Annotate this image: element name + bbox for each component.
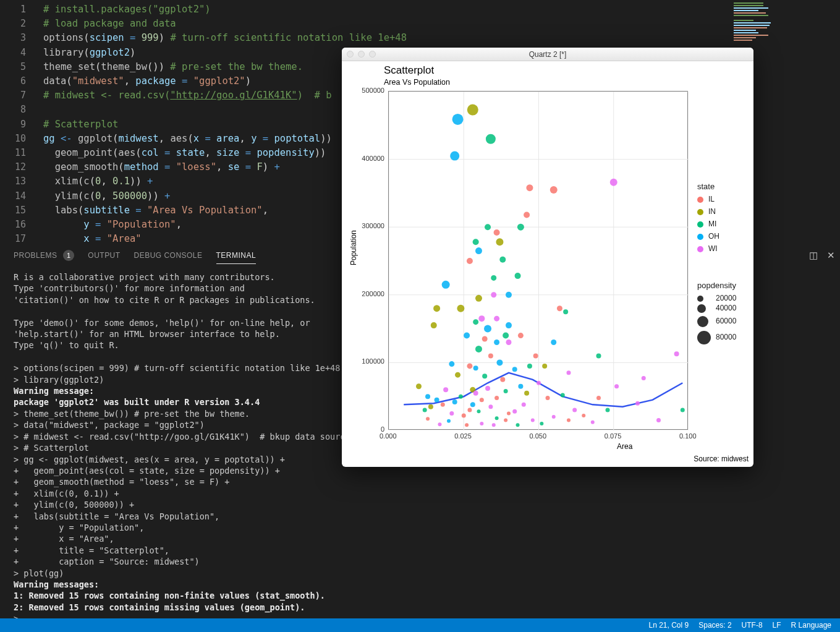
svg-point-74 [495, 416, 499, 420]
status-eol[interactable]: LF [773, 621, 781, 630]
svg-point-66 [527, 364, 532, 369]
split-panel-icon[interactable]: ◫ [809, 250, 818, 261]
legend-size-title: popdensity [697, 281, 736, 290]
traffic-zoom-icon[interactable] [369, 51, 376, 58]
legend-swatch-icon [697, 246, 703, 252]
legend-color-item: OH [697, 232, 719, 244]
y-tick: 400000 [357, 155, 384, 162]
svg-point-90 [488, 404, 493, 409]
svg-point-78 [438, 422, 441, 426]
y-tick: 100000 [357, 357, 384, 365]
svg-point-99 [435, 398, 439, 403]
svg-point-83 [552, 415, 556, 419]
x-tick: 0.025 [454, 432, 472, 440]
svg-point-95 [473, 391, 478, 396]
plot-caption: Source: midwest [694, 455, 749, 463]
status-language[interactable]: R Language [791, 621, 831, 630]
y-tick: 0 [357, 425, 384, 433]
svg-point-67 [537, 381, 541, 385]
svg-point-63 [496, 359, 503, 365]
traffic-close-icon[interactable] [347, 51, 354, 58]
tab-terminal[interactable]: TERMINAL [216, 247, 257, 264]
axis-y-label: Population [349, 230, 358, 265]
legend-size-swatch-icon [697, 304, 706, 313]
svg-point-115 [591, 421, 595, 424]
svg-point-43 [494, 339, 499, 345]
y-tick: 200000 [357, 290, 384, 297]
svg-point-49 [635, 401, 640, 406]
svg-point-13 [486, 134, 496, 144]
svg-point-23 [475, 247, 482, 254]
svg-point-64 [500, 377, 505, 382]
tab-problems[interactable]: PROBLEMS 1 [14, 246, 74, 265]
svg-point-93 [512, 409, 517, 414]
svg-point-41 [563, 309, 568, 314]
legend-swatch-icon [697, 209, 703, 215]
close-panel-icon[interactable]: ✕ [827, 250, 835, 261]
svg-point-59 [473, 365, 478, 370]
legend-label: WI [708, 244, 718, 253]
status-bar: Ln 21, Col 9 Spaces: 2 UTF-8 LF R Langua… [0, 618, 840, 632]
legend-size-item: 40000 [697, 304, 736, 316]
svg-point-88 [449, 361, 454, 367]
svg-point-84 [524, 391, 529, 396]
svg-point-26 [496, 238, 503, 246]
legend-label: 80000 [716, 333, 736, 341]
legend-size-swatch-icon [697, 316, 708, 327]
svg-point-77 [447, 419, 451, 423]
svg-point-103 [567, 370, 571, 375]
svg-point-72 [522, 403, 526, 407]
svg-point-36 [491, 292, 496, 297]
y-tick: 500000 [357, 87, 384, 94]
legend-size-swatch-icon [697, 331, 711, 344]
svg-point-47 [674, 351, 679, 356]
svg-point-98 [449, 411, 454, 416]
svg-point-27 [499, 257, 506, 263]
legend-swatch-icon [697, 221, 703, 228]
svg-point-109 [465, 423, 469, 427]
svg-point-20 [517, 224, 524, 231]
svg-point-35 [475, 295, 482, 302]
svg-point-50 [681, 408, 685, 412]
tab-problems-label: PROBLEMS [14, 251, 57, 260]
legend-swatch-icon [697, 234, 703, 240]
svg-point-25 [467, 258, 473, 264]
svg-point-28 [515, 273, 521, 279]
legend-color-title: state [697, 182, 719, 191]
tab-output[interactable]: OUTPUT [88, 247, 120, 263]
problems-badge: 1 [63, 250, 74, 261]
x-tick: 0.100 [679, 432, 697, 440]
svg-point-117 [425, 394, 430, 399]
svg-point-38 [503, 333, 509, 339]
legend-label: IN [708, 207, 716, 216]
svg-point-16 [610, 179, 617, 186]
quartz-title: Quartz 2 [*] [529, 50, 567, 59]
quartz-plot-window[interactable]: Quartz 2 [*] Scatterplot Area Vs Populat… [342, 48, 753, 467]
svg-point-110 [477, 409, 481, 413]
svg-point-39 [518, 333, 524, 338]
status-encoding[interactable]: UTF-8 [742, 621, 763, 630]
svg-point-91 [494, 396, 499, 400]
quartz-titlebar[interactable]: Quartz 2 [*] [342, 48, 753, 61]
legend-size-item: 20000 [697, 294, 736, 304]
svg-point-69 [561, 393, 565, 398]
svg-point-100 [533, 353, 538, 358]
svg-point-68 [546, 396, 550, 400]
svg-point-12 [452, 114, 464, 125]
legend-label: OH [708, 232, 719, 241]
svg-point-19 [526, 184, 533, 191]
svg-point-102 [551, 339, 556, 345]
svg-point-51 [656, 418, 661, 422]
legend-swatch-icon [697, 197, 703, 203]
legend-size-swatch-icon [697, 296, 703, 302]
tab-debug-console[interactable]: DEBUG CONSOLE [134, 247, 203, 263]
svg-point-116 [596, 396, 601, 400]
traffic-minimize-icon[interactable] [358, 51, 365, 58]
svg-point-32 [433, 305, 440, 312]
legend-label: 20000 [716, 294, 736, 302]
status-lncol[interactable]: Ln 21, Col 9 [649, 621, 689, 630]
svg-point-92 [504, 389, 508, 393]
svg-point-56 [441, 403, 445, 407]
status-spaces[interactable]: Spaces: 2 [698, 621, 731, 630]
svg-point-97 [467, 408, 472, 412]
